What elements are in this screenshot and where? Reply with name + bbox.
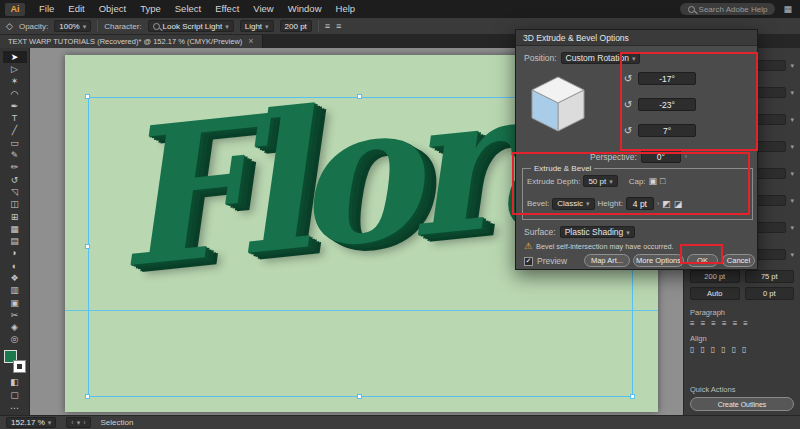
draw-mode-icon[interactable]: ◧ [3, 376, 27, 389]
rectangle-tool-icon[interactable]: ▭ [3, 137, 27, 149]
menu-view[interactable]: View [246, 0, 280, 18]
align-objects-left-icon[interactable]: ▯ [690, 345, 694, 354]
selection-tool-icon[interactable]: ➤ [3, 51, 27, 63]
symbol-sprayer-tool-icon[interactable]: ❖ [3, 272, 27, 284]
line-segment-tool-icon[interactable]: ╱ [3, 125, 27, 137]
artboard-nav-select[interactable]: ‹ ▾ › [66, 417, 90, 428]
selection-handle[interactable] [357, 394, 362, 399]
zoom-tool-icon[interactable]: ◎ [3, 334, 27, 346]
more-options-button[interactable]: More Options [633, 254, 684, 267]
rotation-cube[interactable] [526, 72, 590, 136]
cap-hollow-icon[interactable]: □ [660, 176, 665, 186]
ok-button[interactable]: OK [687, 254, 718, 267]
font-size-field[interactable]: 200 pt [280, 20, 312, 32]
chevron-right-icon[interactable]: › [83, 419, 85, 426]
close-icon[interactable]: × [248, 37, 253, 46]
align-objects-bottom-icon[interactable]: ▯ [742, 345, 746, 354]
align-center-icon[interactable]: ≡ [701, 319, 706, 328]
blend-tool-icon[interactable]: ◐ [3, 260, 27, 272]
chevron-right-icon[interactable]: › [657, 200, 659, 207]
justify-center-icon[interactable]: ≡ [733, 319, 738, 328]
selection-handle[interactable] [85, 94, 90, 99]
shape-builder-tool-icon[interactable]: ◫ [3, 199, 27, 211]
pen-tool-icon[interactable]: ✒ [3, 100, 27, 112]
chevron-down-icon: ▾ [48, 419, 52, 426]
selection-handle[interactable] [85, 394, 90, 399]
justify-left-icon[interactable]: ≡ [722, 319, 727, 328]
align-right-icon[interactable]: ≡ [711, 319, 716, 328]
direct-selection-tool-icon[interactable]: ▷ [3, 63, 27, 75]
align-objects-top-icon[interactable]: ▯ [721, 345, 725, 354]
align-left-icon[interactable]: ≡ [690, 319, 695, 328]
cancel-button[interactable]: Cancel [722, 254, 755, 267]
align-objects-hcenter-icon[interactable]: ▯ [700, 345, 704, 354]
mesh-tool-icon[interactable]: ▦ [3, 223, 27, 235]
paintbrush-tool-icon[interactable]: ✎ [3, 149, 27, 161]
bevel-extent-out-icon[interactable]: ◩ [662, 199, 671, 209]
surface-select[interactable]: Plastic Shading ▾ [560, 226, 635, 238]
menu-help[interactable]: Help [329, 0, 363, 18]
tracking-field[interactable]: 0 pt [745, 287, 795, 300]
menu-effect[interactable]: Effect [208, 0, 246, 18]
font-family-select[interactable]: Look Script Light ▾ [148, 20, 234, 32]
menu-select[interactable]: Select [168, 0, 208, 18]
slice-tool-icon[interactable]: ✂ [3, 309, 27, 321]
position-select[interactable]: Custom Rotation ▾ [561, 52, 641, 64]
lasso-tool-icon[interactable]: ◠ [3, 88, 27, 100]
perspective-field[interactable]: 0° [641, 150, 681, 163]
selection-handle[interactable] [357, 94, 362, 99]
menu-window[interactable]: Window [281, 0, 329, 18]
hand-tool-icon[interactable]: ◈ [3, 322, 27, 334]
extrude-depth-select[interactable]: 50 pt ▾ [583, 175, 617, 187]
document-tab[interactable]: TEXT WARP TUTORIALS (Recovered)* @ 152.1… [0, 35, 263, 48]
align-objects-right-icon[interactable]: ▯ [711, 345, 715, 354]
stroke-color-swatch[interactable] [13, 360, 26, 373]
magic-wand-tool-icon[interactable]: ✶ [3, 76, 27, 88]
type-tool-icon[interactable]: T [3, 112, 27, 124]
search-icon [153, 23, 160, 30]
selection-handle[interactable] [85, 244, 90, 249]
menu-edit[interactable]: Edit [61, 0, 91, 18]
menu-type[interactable]: Type [133, 0, 168, 18]
app-logo[interactable]: Ai [5, 3, 25, 16]
pencil-tool-icon[interactable]: ✏ [3, 162, 27, 174]
rotate-x-field[interactable]: -17° [638, 72, 696, 85]
screen-mode-icon[interactable]: ▢ [3, 389, 27, 402]
edit-toolbar-icon[interactable]: ⋯ [3, 402, 27, 415]
menu-file[interactable]: File [32, 0, 61, 18]
search-icon [688, 6, 695, 13]
eyedropper-tool-icon[interactable]: ◗ [3, 248, 27, 260]
align-objects-vcenter-icon[interactable]: ▯ [732, 345, 736, 354]
leading-field[interactable]: 75 pt [745, 270, 795, 283]
justify-all-icon[interactable]: ≡ [743, 319, 748, 328]
workspace-switcher-icon[interactable]: ▦ [783, 4, 792, 14]
scale-tool-icon[interactable]: ◹ [3, 186, 27, 198]
create-outlines-button[interactable]: Create Outlines [690, 397, 794, 411]
perspective-grid-tool-icon[interactable]: ⊞ [3, 211, 27, 223]
bevel-select[interactable]: Classic ▾ [552, 198, 594, 210]
bevel-height-field[interactable]: 4 pt [626, 197, 654, 210]
opacity-select[interactable]: 100% ▾ [54, 20, 91, 32]
artboard-tool-icon[interactable]: ▣ [3, 297, 27, 309]
chevron-left-icon[interactable]: ‹ [71, 419, 73, 426]
font-size-field[interactable]: 200 pt [690, 270, 740, 283]
align-center-icon[interactable]: ≡ [336, 21, 341, 31]
menu-object[interactable]: Object [92, 0, 133, 18]
rotate-z-field[interactable]: 7° [638, 124, 696, 137]
chevron-right-icon[interactable]: › [685, 153, 687, 160]
align-left-icon[interactable]: ≡ [325, 21, 330, 31]
map-art-button[interactable]: Map Art... [584, 254, 630, 267]
selection-handle[interactable] [630, 394, 635, 399]
cap-solid-icon[interactable]: ▣ [649, 176, 658, 186]
dialog-title[interactable]: 3D Extrude & Bevel Options [516, 30, 757, 46]
gradient-tool-icon[interactable]: ▤ [3, 235, 27, 247]
zoom-level-select[interactable]: 152.17 % ▾ [6, 417, 56, 428]
kerning-field[interactable]: Auto [690, 287, 740, 300]
column-graph-tool-icon[interactable]: ▥ [3, 285, 27, 297]
rotate-tool-icon[interactable]: ↺ [3, 174, 27, 186]
font-style-select[interactable]: Light ▾ [240, 20, 274, 32]
bevel-extent-in-icon[interactable]: ◪ [674, 199, 683, 209]
rotate-y-field[interactable]: -23° [638, 98, 696, 111]
help-search-input[interactable]: Search Adobe Help [680, 3, 776, 15]
preview-checkbox[interactable]: ✓ [524, 257, 533, 266]
